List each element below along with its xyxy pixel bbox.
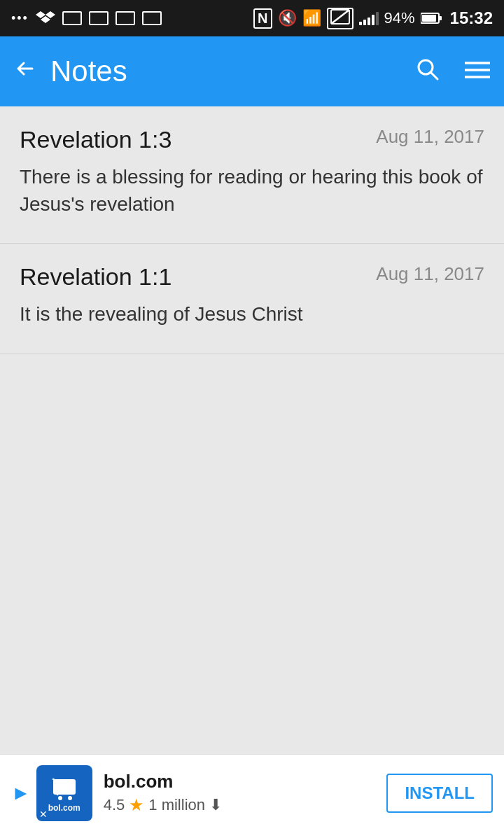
- search-button[interactable]: [414, 56, 440, 88]
- svg-rect-6: [422, 15, 436, 22]
- sim-icon: [327, 8, 354, 29]
- ad-app-icon: bol.com ✕: [36, 765, 92, 821]
- ad-install-button[interactable]: INSTALL: [386, 774, 493, 813]
- note-title: Revelation 1:1: [20, 263, 172, 291]
- app-icon-2: [89, 11, 108, 25]
- status-bar-right: N 🔇 📶 94% 15: [253, 8, 493, 29]
- ad-info: bol.com 4.5 ★ 1 million ⬇: [104, 771, 387, 815]
- note-date: Aug 11, 2017: [376, 263, 484, 285]
- note-header: Revelation 1:3 Aug 11, 2017: [20, 126, 484, 153]
- wifi-icon: 📶: [302, 9, 321, 27]
- note-title: Revelation 1:3: [20, 126, 172, 153]
- note-item[interactable]: Revelation 1:3 Aug 11, 2017 There is a b…: [0, 106, 504, 244]
- svg-point-15: [68, 796, 72, 800]
- ad-star-icon: ★: [129, 795, 144, 815]
- app-icon-1: [62, 11, 82, 25]
- svg-rect-7: [439, 16, 442, 20]
- mute-icon: 🔇: [278, 9, 297, 27]
- status-bar: ••• N 🔇 📶: [0, 0, 504, 36]
- app-bar-left: Notes: [14, 55, 127, 88]
- status-time: 15:32: [450, 8, 493, 28]
- note-header: Revelation 1:1 Aug 11, 2017: [20, 263, 484, 291]
- note-date: Aug 11, 2017: [376, 126, 484, 148]
- app-bar: Notes: [0, 36, 504, 106]
- menu-button[interactable]: [465, 57, 490, 86]
- svg-point-14: [58, 796, 62, 800]
- status-dots: •••: [11, 11, 29, 26]
- ad-app-name: bol.com: [104, 771, 387, 792]
- svg-line-9: [430, 72, 438, 79]
- page-title: Notes: [50, 55, 127, 88]
- notes-list: Revelation 1:3 Aug 11, 2017 There is a b…: [0, 106, 504, 354]
- dropbox-icon: [36, 10, 55, 27]
- ad-download-icon: ⬇: [209, 796, 222, 814]
- status-bar-left: •••: [11, 10, 162, 27]
- ad-banner: ► bol.com ✕ bol.com 4.5 ★ 1 million ⬇ IN…: [0, 754, 504, 831]
- note-item[interactable]: Revelation 1:1 Aug 11, 2017 It is the re…: [0, 244, 504, 354]
- back-button[interactable]: [14, 57, 36, 86]
- ad-prev-button[interactable]: ►: [11, 782, 31, 804]
- nfc-icon: N: [253, 8, 272, 29]
- signal-bars: [359, 11, 379, 25]
- svg-line-3: [331, 10, 349, 24]
- ad-rating-row: 4.5 ★ 1 million ⬇: [104, 795, 387, 815]
- battery-icon: [421, 12, 442, 25]
- app-icon-3: [115, 11, 135, 25]
- ad-close-icon[interactable]: ✕: [39, 809, 48, 820]
- battery-percent: 94%: [384, 9, 415, 27]
- note-preview: It is the revealing of Jesus Christ: [20, 300, 484, 328]
- app-icon-4: [142, 11, 162, 25]
- ad-downloads: 1 million: [148, 796, 205, 814]
- ad-rating-value: 4.5: [104, 796, 125, 814]
- app-bar-actions: [414, 56, 490, 88]
- note-preview: There is a blessing for reading or heari…: [20, 163, 484, 218]
